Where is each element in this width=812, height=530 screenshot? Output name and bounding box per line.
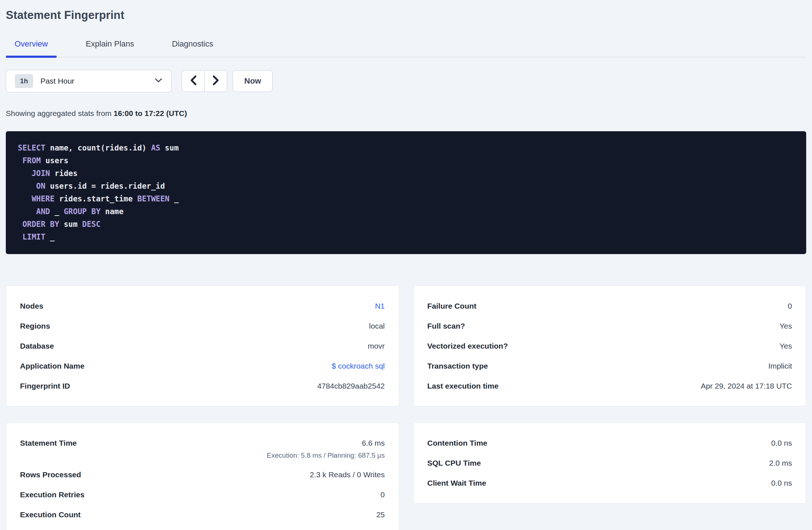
stat-label: Application Name xyxy=(20,361,84,371)
stat-value: 25 xyxy=(376,510,385,519)
time-toolbar: 1h Past Hour Now xyxy=(6,70,806,92)
time-range-label: Past Hour xyxy=(40,77,154,85)
time-range-badge: 1h xyxy=(15,74,33,88)
stat-label: Last execution time xyxy=(427,381,499,391)
sql-text: rides xyxy=(50,169,78,178)
sql-text: rides.start_time xyxy=(55,194,137,203)
stat-value-group: Yes xyxy=(780,321,792,331)
stat-value: Yes xyxy=(780,321,792,331)
stat-label: Fingerprint ID xyxy=(20,381,70,391)
chevron-down-icon xyxy=(154,78,162,84)
stat-label: Rows Processed xyxy=(20,470,81,479)
stat-label: Regions xyxy=(20,321,50,331)
tab-diagnostics[interactable]: Diagnostics xyxy=(163,36,222,57)
sql-text: users.id = rides.rider_id xyxy=(45,182,165,190)
sql-keyword: AS xyxy=(151,144,160,152)
sql-line: FROM users xyxy=(18,154,799,167)
previous-time-button[interactable] xyxy=(182,70,205,92)
stat-row: Execution Count25 xyxy=(20,505,385,525)
sql-keyword: DESC xyxy=(82,220,101,229)
sql-line: AND _ GROUP BY name xyxy=(18,205,799,218)
sql-keyword: JOIN xyxy=(32,169,50,178)
stat-row: Statement Time6.6 msExecution: 5.8 ms / … xyxy=(20,433,385,465)
stat-row: Vectorized execution?Yes xyxy=(427,336,792,356)
stat-value: Yes xyxy=(780,341,792,351)
sql-text xyxy=(18,169,32,178)
sql-line: ON users.id = rides.rider_id xyxy=(18,180,799,193)
stat-value: movr xyxy=(368,341,385,351)
now-button[interactable]: Now xyxy=(233,70,273,92)
sql-text xyxy=(18,182,36,190)
stat-value-link[interactable]: $ cockroach sql xyxy=(332,361,385,371)
sql-text xyxy=(18,207,36,216)
stat-value: Implicit xyxy=(768,361,792,371)
sql-text: _ xyxy=(169,194,178,203)
stat-row: Transaction typeImplicit xyxy=(427,356,792,376)
stat-label: Database xyxy=(20,341,54,351)
stat-value-group: Implicit xyxy=(768,361,792,371)
stat-row: Databasemovr xyxy=(20,336,385,356)
stat-row: Fingerprint ID4784cb829aab2542 xyxy=(20,376,385,396)
stat-row: Full scan?Yes xyxy=(427,316,792,336)
summary-cards-row-2: Statement Time6.6 msExecution: 5.8 ms / … xyxy=(6,422,806,530)
stat-value: 2.3 k Reads / 0 Writes xyxy=(310,470,385,479)
sql-keyword: FROM xyxy=(23,156,41,165)
stat-value-group: 2.0 ms xyxy=(769,458,792,468)
sql-keyword: LIMIT xyxy=(23,233,45,241)
stat-label: Client Wait Time xyxy=(427,478,486,488)
stat-value: 0 xyxy=(788,301,792,311)
statement-timings-card: Statement Time6.6 msExecution: 5.8 ms / … xyxy=(6,422,399,530)
stat-value-group: 4784cb829aab2542 xyxy=(317,381,385,391)
stat-value-group: 2.3 k Reads / 0 Writes xyxy=(310,470,385,479)
sql-line: ORDER BY sum DESC xyxy=(18,218,799,231)
stat-subvalue: Execution: 5.8 ms / Planning: 687.5 µs xyxy=(267,451,385,459)
aggregated-stats-prefix: Showing aggregated stats from xyxy=(6,109,114,117)
stat-value: 0.0 ns xyxy=(771,438,792,448)
stat-label: Transaction type xyxy=(427,361,488,371)
stat-value: 0 xyxy=(381,490,385,499)
stat-value: 4784cb829aab2542 xyxy=(317,381,385,391)
stat-value: 2.0 ms xyxy=(769,458,792,468)
sql-keyword: ORDER BY xyxy=(23,220,59,229)
wait-times-card: Contention Time0.0 nsSQL CPU Time2.0 msC… xyxy=(413,422,807,503)
tab-overview[interactable]: Overview xyxy=(6,36,57,57)
stat-row: Failure Count0 xyxy=(427,296,792,316)
sql-line: SELECT name, count(rides.id) AS sum xyxy=(18,142,799,154)
sql-text: _ xyxy=(50,207,64,216)
stat-value: 0.0 ns xyxy=(771,478,792,488)
statement-details-card: NodesN1RegionslocalDatabasemovrApplicati… xyxy=(6,285,399,406)
stat-value-group: 0 xyxy=(788,301,792,311)
stat-value-link[interactable]: N1 xyxy=(375,301,385,311)
stat-label: Execution Count xyxy=(20,510,81,519)
sql-text: name xyxy=(101,207,124,216)
sql-text: sum xyxy=(59,220,82,229)
stat-value: Apr 29, 2024 at 17:18 UTC xyxy=(701,381,792,391)
stat-label: Execution Retries xyxy=(20,490,84,499)
chevron-right-icon xyxy=(212,75,220,87)
sql-text: _ xyxy=(45,233,55,241)
time-range-picker[interactable]: 1h Past Hour xyxy=(6,70,172,92)
stat-row: Application Name$ cockroach sql xyxy=(20,356,385,376)
sql-statement-box: SELECT name, count(rides.id) AS sum FROM… xyxy=(6,131,806,254)
stat-row: Execution Retries0 xyxy=(20,485,385,505)
stat-row: Rows Processed2.3 k Reads / 0 Writes xyxy=(20,465,385,485)
stat-row: Regionslocal xyxy=(20,316,385,336)
stat-label: Failure Count xyxy=(427,301,477,311)
sql-keyword: GROUP BY xyxy=(64,207,100,216)
sql-keyword: WHERE xyxy=(32,194,55,203)
sql-text: users xyxy=(41,156,68,165)
stat-row: Contention Time0.0 ns xyxy=(427,433,792,453)
sql-line: LIMIT _ xyxy=(18,231,799,244)
sql-line: WHERE rides.start_time BETWEEN _ xyxy=(18,193,799,205)
stat-value-group: Yes xyxy=(780,341,792,351)
stat-value-group: $ cockroach sql xyxy=(332,361,385,371)
stat-row: Last execution timeApr 29, 2024 at 17:18… xyxy=(427,376,792,396)
stat-value-group: 6.6 msExecution: 5.8 ms / Planning: 687.… xyxy=(267,438,385,459)
next-time-button[interactable] xyxy=(204,70,227,92)
sql-keyword: ON xyxy=(36,182,45,190)
stat-label: Statement Time xyxy=(20,438,77,448)
stat-row: SQL CPU Time2.0 ms xyxy=(427,453,792,473)
sql-keyword: SELECT xyxy=(18,144,45,152)
sql-text xyxy=(18,156,23,165)
tab-explain-plans[interactable]: Explain Plans xyxy=(77,36,143,57)
